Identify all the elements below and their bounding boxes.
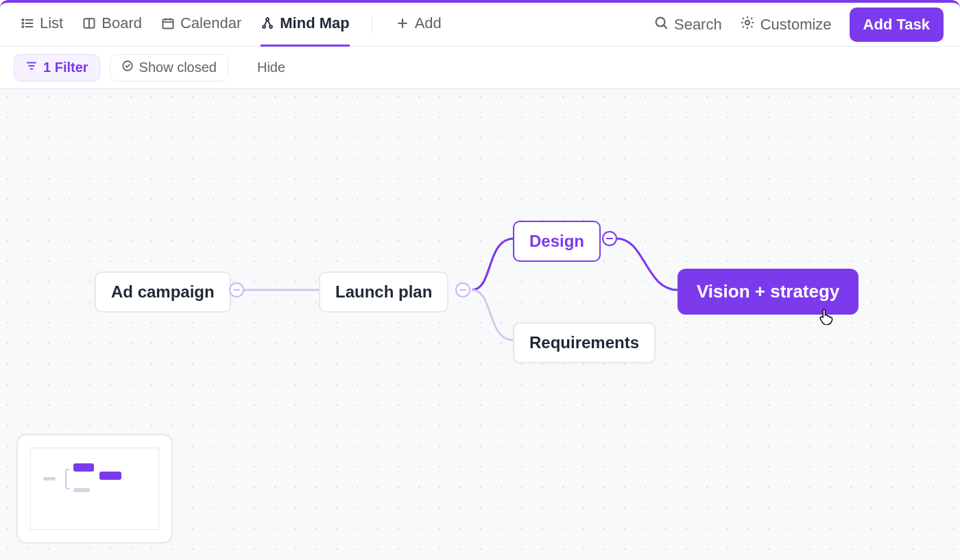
svg-point-5 [22, 26, 23, 27]
svg-point-3 [22, 19, 23, 21]
node-label: Launch plan [335, 282, 432, 301]
svg-point-4 [22, 23, 23, 24]
node-label: Ad campaign [111, 282, 215, 301]
node-label: Vision + strategy [697, 281, 839, 302]
search-button[interactable]: Search [653, 15, 722, 34]
list-icon [21, 16, 34, 30]
node-launch-plan[interactable]: Launch plan [319, 271, 448, 313]
svg-point-12 [266, 18, 269, 21]
view-tab-label: List [40, 14, 63, 32]
svg-point-19 [745, 21, 749, 25]
board-icon [82, 16, 96, 30]
view-tab-mindmap[interactable]: Mind Map [261, 3, 349, 47]
minimap[interactable] [16, 434, 173, 544]
calendar-icon [161, 16, 175, 30]
hide-button[interactable]: Hide [257, 60, 285, 75]
view-tab-list[interactable]: List [21, 3, 63, 47]
collapse-toggle[interactable] [229, 282, 244, 297]
check-circle-icon [121, 60, 134, 75]
filter-chip[interactable]: 1 Filter [14, 54, 100, 82]
node-label: Design [529, 232, 584, 250]
node-requirements[interactable]: Requirements [513, 322, 656, 363]
svg-point-14 [269, 25, 272, 28]
button-label: Add Task [863, 16, 930, 33]
tool-label: Search [674, 16, 722, 34]
mindmap-icon [261, 16, 274, 30]
chip-label: Show closed [139, 60, 217, 75]
node-design[interactable]: Design [513, 221, 601, 262]
node-vision-strategy[interactable]: Vision + strategy [677, 269, 859, 315]
view-tab-add[interactable]: Add [396, 3, 442, 47]
add-task-button[interactable]: Add Task [850, 8, 944, 42]
collapse-toggle[interactable] [602, 231, 617, 246]
chip-label: 1 Filter [43, 60, 88, 75]
filter-bar: 1 Filter Show closed Hide [0, 47, 960, 89]
show-closed-chip[interactable]: Show closed [110, 54, 228, 82]
mindmap-canvas[interactable]: Ad campaign Launch plan Design Requireme… [0, 89, 960, 560]
view-tab-label: Calendar [180, 14, 241, 32]
filter-icon [25, 60, 38, 75]
plus-icon [396, 16, 409, 30]
view-tab-label: Mind Map [280, 14, 349, 32]
view-tab-calendar[interactable]: Calendar [161, 3, 241, 47]
view-tab-board[interactable]: Board [82, 3, 142, 47]
view-tab-label: Board [101, 14, 142, 32]
node-ad-campaign[interactable]: Ad campaign [95, 271, 231, 313]
view-tab-label: Add [415, 14, 442, 32]
gear-icon [740, 15, 755, 34]
separator [372, 16, 372, 34]
svg-line-18 [664, 25, 667, 28]
svg-rect-8 [163, 19, 173, 28]
customize-button[interactable]: Customize [740, 15, 832, 34]
collapse-toggle[interactable] [455, 282, 470, 297]
search-icon [653, 15, 669, 34]
node-label: Requirements [529, 333, 639, 352]
svg-point-13 [263, 25, 265, 28]
minimap-viewport [30, 448, 159, 530]
tool-label: Customize [760, 16, 832, 34]
view-tabs-bar: List Board Calendar Mind Map Add [0, 3, 960, 47]
